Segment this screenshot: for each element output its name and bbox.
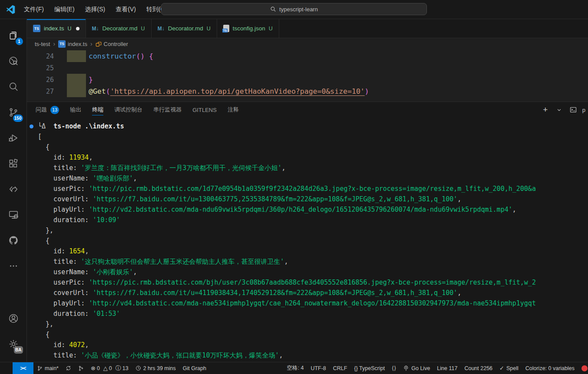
terminal-profile-label: p [582,107,585,113]
terminal-line: id: 1654, [27,246,588,256]
line-number: 26 [27,76,54,84]
panel-tab-serial-monitor[interactable]: 串行监视器 [153,102,182,118]
breadcrumb-item-symbol[interactable]: Controller [96,41,128,47]
remote-explorer-icon [8,209,19,220]
line-number: 24 [27,52,54,60]
panel-tab-debug-console[interactable]: 调试控制台 [114,102,142,118]
vscode-logo-icon [6,5,15,14]
panel-tab-gitlens[interactable]: GITLENS [192,102,217,118]
panel-actions: +p [541,105,585,115]
status-count[interactable]: Count 2256 [461,362,496,374]
breadcrumb-item-file[interactable]: TSindex.ts [58,40,87,48]
activity-item-run-and-debug[interactable] [3,128,24,148]
breadcrumb[interactable]: ts-test›TSindex.ts›Controller [27,38,588,49]
status-eol[interactable]: CRLF [330,362,351,374]
panel-tab-output[interactable]: 输出 [70,102,81,118]
menu-item-edit[interactable]: 编辑(E) [50,3,79,16]
terminal-segment: , [457,289,461,297]
activity-item-github[interactable] [3,230,24,251]
editor-code-area[interactable]: 24constructor() {2526}27@Get('https://ap… [27,49,588,102]
status-angle-brackets[interactable]: ⟨⟩ [388,362,400,374]
tab-decorator-md-1[interactable]: M↓Decorator.mdU [86,19,152,38]
status-spell-check[interactable]: ✓Spell [496,362,522,374]
terminal-segment: duration: [38,310,92,318]
git-status-letter: U [141,26,145,32]
status-label: Spell [506,365,519,371]
terminal-segment: userPic: [38,185,89,193]
status-remote-indicator[interactable]: >< [13,362,33,374]
status-git-branch[interactable]: main* [33,362,62,374]
status-git-graph[interactable]: Git Graph [179,362,210,374]
terminal-line: duration: '01:53' [27,308,588,319]
tab-index-ts[interactable]: TSindex.tsU [27,19,86,38]
terminal-segment: '嘿哈剧乐部' [92,174,133,182]
activity-item-source-control[interactable]: 150 [3,102,24,123]
terminal-segment: 1654 [69,247,85,255]
status-encoding[interactable]: UTF-8 [307,362,329,374]
activity-item-live-share[interactable] [3,179,24,200]
status-cursor-line[interactable]: Line 117 [433,362,461,374]
code-text: } [89,75,93,84]
tab-decorator-md-2[interactable]: M↓Decorator.mdU [152,19,217,38]
modified-dot[interactable] [76,27,79,30]
terminal-tab-icon[interactable] [568,105,578,115]
status-colorize[interactable]: Colorize: 0 variables [522,362,578,374]
breadcrumb-label: index.ts [68,41,87,47]
command-center-search[interactable]: typescript-learn [161,3,427,15]
terminal-segment: id: [38,247,69,255]
panel-tab-comments[interactable]: 注释 [228,102,239,118]
terminal-segment: ts-node .\index.ts [53,122,124,130]
panel-tab-label: 输出 [70,106,81,114]
status-label: CRLF [333,365,347,371]
activity-item-extensions[interactable] [3,153,24,174]
activity-item-gitlens-inspect[interactable] [3,51,24,72]
status-time-tracker[interactable]: 2 hrs 39 mins [132,362,179,374]
activity-item-explorer[interactable]: 1 [3,25,24,46]
terminal-output[interactable]: └Δ ts-node .\index.ts[ { id: 11934, titl… [27,118,588,362]
terminal-segment: { [38,331,50,338]
terminal-profile-dropdown[interactable] [555,105,564,115]
terminal-segment: }, [38,226,53,234]
terminal-segment: [ [38,133,42,141]
terminal-segment: , [284,258,288,266]
activity-item-settings[interactable]: BA [3,334,24,354]
status-language-mode[interactable]: {} TypeScript [350,362,388,374]
status-go-live[interactable]: Go Live [400,362,433,374]
code-line: 25 [27,62,588,74]
activity-item-more-views[interactable] [3,256,24,276]
status-bar: ><main*⊗0△0ⓘ132 hrs 39 minsGit Graph 空格:… [0,362,588,374]
terminal-line: userPic: 'https://pic.rmb.bdstatic.com/b… [27,277,588,288]
menu-item-selection[interactable]: 选择(S) [81,3,110,16]
terminal-line: userName: '小刚看娱乐', [27,267,588,277]
activity-item-account[interactable] [3,308,24,329]
terminal-segment: duration: [38,216,92,224]
activity-item-search[interactable] [3,76,24,97]
gitlens-inspect-icon [8,56,19,67]
menu-item-file[interactable]: 文件(F) [20,3,48,16]
terminal-segment: , [279,351,283,359]
terminal-line: { [27,236,588,246]
tab-label: Decorator.md [168,25,203,32]
menu-item-view[interactable]: 查看(V) [111,3,140,16]
terminal-line: }, [27,319,588,329]
terminal-segment: '罗兰度：陈百祥找到好工作，一月3万啥都不用干，光伺候千金小姐' [81,164,281,172]
status-label: Colorize: 0 variables [525,365,575,371]
git-status-letter: U [207,26,211,32]
status-problems-summary[interactable]: ⊗0△0ⓘ13 [87,362,132,374]
terminal-segment: , [85,341,89,349]
terminal-segment: playUrl: [38,206,89,213]
terminal-segment: }, [38,320,53,328]
status-label: >< [20,365,26,371]
activity-item-remote-explorer[interactable] [3,204,24,225]
status-notification[interactable] [578,362,588,374]
status-git-sync[interactable] [62,362,75,374]
status-commit-graph[interactable] [75,362,87,374]
code-text: @Get('https://api.apiopen.top/api/getHao… [89,87,369,95]
new-terminal-button[interactable]: + [541,105,550,115]
breadcrumb-item-folder[interactable]: ts-test [35,41,50,47]
status-indentation[interactable]: 空格: 4 [283,362,307,374]
tab-tsconfig-json[interactable]: TStsconfig.jsonU [217,19,279,38]
panel-tab-problems[interactable]: 问题13 [36,102,59,118]
terminal-segment: title: [38,351,81,359]
panel-tab-terminal[interactable]: 终端 [92,102,103,118]
